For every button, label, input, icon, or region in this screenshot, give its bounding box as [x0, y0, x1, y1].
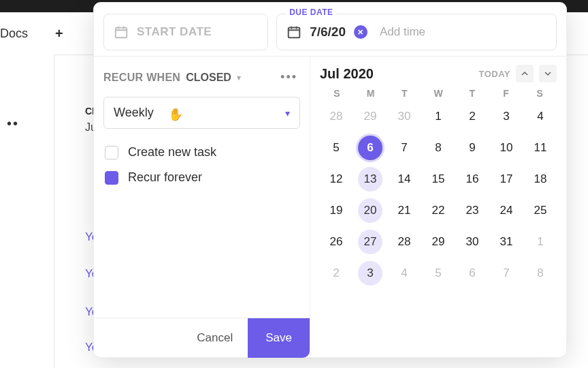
calendar-day[interactable]: 28 [388, 227, 421, 257]
calendar-weekday-row: SMTWTFS [320, 88, 557, 99]
calendar-day[interactable]: 19 [320, 196, 353, 226]
calendar-day-number: 4 [528, 104, 553, 129]
calendar-icon [287, 25, 301, 40]
due-date-input[interactable]: DUE DATE 7/6/20 ✕ Add time [276, 14, 557, 50]
start-date-input[interactable]: START DATE [103, 14, 268, 50]
calendar-day[interactable]: 25 [524, 196, 557, 226]
calendar-day-number: 20 [358, 198, 382, 223]
calendar-weekday: M [354, 88, 388, 99]
more-options-icon[interactable]: ••• [278, 67, 300, 87]
calendar-day[interactable]: 29 [354, 102, 387, 132]
clear-due-date-icon[interactable]: ✕ [354, 25, 368, 39]
calendar-icon [114, 25, 129, 40]
calendar-day-number: 29 [426, 230, 451, 254]
calendar-day-number: 7 [392, 136, 416, 160]
calendar-day-number: 23 [460, 198, 485, 223]
calendar-day[interactable]: 14 [388, 164, 421, 194]
recur-panel: RECUR WHEN CLOSED ▾ ••• Weekly ▾ ✋ Creat… [94, 57, 310, 357]
calendar-day[interactable]: 2 [456, 102, 489, 132]
calendar-day[interactable]: 5 [422, 258, 455, 288]
recur-trigger-dropdown[interactable]: RECUR WHEN CLOSED ▾ ••• [103, 67, 300, 87]
calendar-day-number: 1 [426, 104, 451, 129]
calendar-day[interactable]: 10 [490, 133, 523, 163]
calendar-weekday: T [455, 88, 489, 99]
start-date-placeholder: START DATE [137, 25, 212, 39]
calendar-day[interactable]: 4 [388, 258, 421, 288]
calendar-day-number: 15 [426, 167, 451, 191]
calendar-nav: TODAY [478, 65, 557, 82]
calendar-day[interactable]: 22 [422, 196, 455, 226]
calendar-day[interactable]: 31 [490, 227, 523, 257]
next-month-button[interactable] [539, 65, 557, 82]
calendar-day-number: 6 [358, 136, 382, 160]
calendar-panel: Jul 2020 TODAY SMTWTFS 28293012345678910… [310, 57, 566, 357]
frequency-select[interactable]: Weekly ▾ ✋ [103, 97, 300, 129]
cancel-button[interactable]: Cancel [182, 331, 248, 345]
calendar-day-number: 28 [324, 104, 348, 129]
calendar-day[interactable]: 6 [456, 258, 489, 288]
calendar-day[interactable]: 12 [320, 164, 353, 194]
calendar-day-number: 1 [528, 230, 553, 254]
calendar-day[interactable]: 8 [422, 133, 455, 163]
calendar-day[interactable]: 16 [456, 164, 489, 194]
today-button[interactable]: TODAY [478, 69, 510, 79]
calendar-day-number: 5 [426, 261, 451, 286]
calendar-day[interactable]: 11 [524, 133, 557, 163]
calendar-day-number: 30 [392, 104, 416, 129]
calendar-day[interactable]: 13 [354, 164, 387, 194]
calendar-day-number: 14 [392, 167, 416, 191]
calendar-weekday: S [320, 88, 354, 99]
svg-rect-0 [116, 28, 127, 38]
add-tab-icon[interactable]: + [55, 26, 63, 42]
calendar-day[interactable]: 21 [388, 196, 421, 226]
calendar-day[interactable]: 7 [490, 258, 523, 288]
calendar-day[interactable]: 30 [388, 102, 421, 132]
chevron-down-icon: ▾ [237, 73, 241, 82]
tab-docs[interactable]: Docs [0, 27, 28, 41]
add-time-button[interactable]: Add time [380, 25, 425, 39]
calendar-day[interactable]: 1 [422, 102, 455, 132]
save-button[interactable]: Save [248, 318, 310, 358]
calendar-day[interactable]: 29 [422, 227, 455, 257]
calendar-day[interactable]: 27 [354, 227, 387, 257]
calendar-day[interactable]: 8 [524, 258, 557, 288]
calendar-day-number: 31 [494, 230, 519, 254]
calendar-day[interactable]: 9 [456, 133, 489, 163]
cursor-icon: ✋ [168, 107, 183, 122]
calendar-day[interactable]: 3 [354, 258, 387, 288]
calendar-day[interactable]: 17 [490, 164, 523, 194]
calendar-day[interactable]: 6 [354, 133, 387, 163]
calendar-day[interactable]: 2 [320, 258, 353, 288]
calendar-day-number: 4 [392, 261, 416, 286]
create-new-task-checkbox[interactable]: Create new task [103, 140, 300, 165]
calendar-day-number: 18 [528, 167, 553, 191]
calendar-day[interactable]: 4 [524, 102, 557, 132]
calendar-day[interactable]: 1 [524, 227, 557, 257]
calendar-day[interactable]: 15 [422, 164, 455, 194]
more-icon[interactable]: •• [7, 116, 19, 132]
recur-forever-checkbox[interactable]: Recur forever [103, 165, 300, 190]
checkbox-checked-icon [105, 171, 118, 185]
calendar-day-number: 17 [494, 167, 519, 191]
chevron-down-icon: ▾ [285, 108, 290, 119]
calendar-month-title: Jul 2020 [320, 66, 374, 82]
calendar-day[interactable]: 20 [354, 196, 387, 226]
calendar-day[interactable]: 18 [524, 164, 557, 194]
calendar-day-number: 24 [494, 198, 519, 223]
calendar-day[interactable]: 24 [490, 196, 523, 226]
modal-footer: Cancel Save [94, 318, 310, 357]
calendar-day[interactable]: 7 [388, 133, 421, 163]
bg-sidebar [0, 55, 54, 368]
calendar-day-number: 9 [460, 136, 485, 160]
calendar-day[interactable]: 5 [320, 133, 353, 163]
calendar-day-number: 27 [358, 230, 382, 254]
calendar-day[interactable]: 30 [456, 227, 489, 257]
calendar-day-number: 12 [324, 167, 348, 191]
prev-month-button[interactable] [516, 65, 534, 82]
calendar-day[interactable]: 23 [456, 196, 489, 226]
calendar-day-number: 3 [494, 104, 519, 129]
calendar-day[interactable]: 28 [320, 102, 353, 132]
calendar-day-number: 2 [324, 261, 348, 286]
calendar-day[interactable]: 3 [490, 102, 523, 132]
calendar-day[interactable]: 26 [320, 227, 353, 257]
